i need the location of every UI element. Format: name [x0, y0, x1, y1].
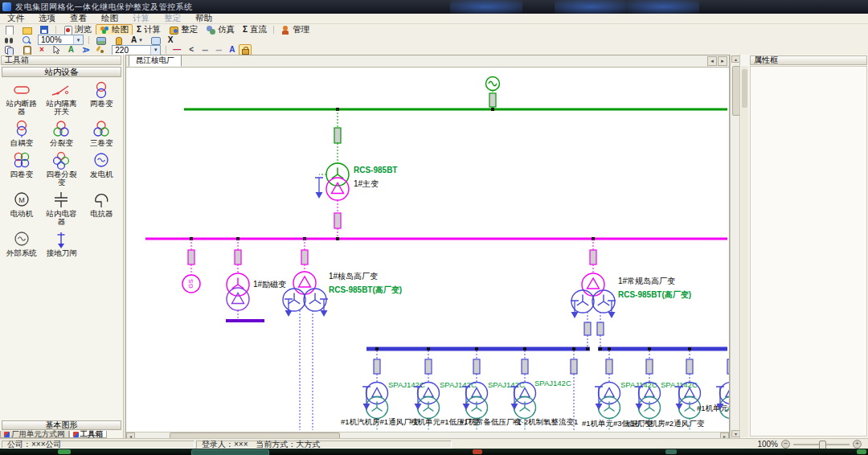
- copy-button[interactable]: [0, 44, 18, 55]
- properties-content: [750, 66, 867, 437]
- panel-scroll-thumb[interactable]: [742, 69, 747, 108]
- tab-plant-unit-mode[interactable]: 厂用单元方式网: [0, 431, 69, 438]
- menu-bar: 文件 选项 查看 绘图 计算 整定 帮助: [0, 14, 868, 24]
- open-file-button[interactable]: [18, 24, 35, 35]
- calculate-button[interactable]: Σ计算: [133, 24, 165, 35]
- tab-scroll-left-icon[interactable]: ◂: [707, 56, 717, 66]
- zoom-in-icon[interactable]: +: [853, 440, 862, 449]
- menu-help[interactable]: 帮助: [188, 13, 219, 24]
- text-tool-button[interactable]: A: [225, 44, 239, 55]
- excitation-transformer-label: 1#励磁变: [253, 280, 286, 289]
- aero-glow: [450, 0, 522, 14]
- rotate-a-icon: A: [68, 45, 74, 55]
- rotate-left-button[interactable]: A: [64, 44, 78, 55]
- draw-button[interactable]: 绘图: [96, 24, 133, 35]
- open-folder-icon: [22, 25, 31, 35]
- toolbox-item-motor[interactable]: M 电动机: [2, 189, 42, 226]
- browse-button[interactable]: 浏览: [59, 24, 96, 35]
- chevron-down-icon: ▾: [73, 35, 83, 44]
- simulation-icon: [206, 25, 215, 35]
- rotate-right-button[interactable]: A: [78, 44, 92, 55]
- status-zoom-control: 100% − +: [757, 440, 862, 449]
- pan-button[interactable]: [109, 35, 127, 46]
- delete-button[interactable]: ×: [35, 44, 48, 55]
- setting-button[interactable]: 整定: [165, 24, 202, 35]
- toolbox-item-external-system[interactable]: 外部系统: [2, 228, 42, 257]
- tab-scroll-right-icon[interactable]: ▸: [718, 56, 727, 66]
- image-icon: [96, 35, 105, 45]
- toolbox-item-autotransformer[interactable]: 自耦变: [2, 118, 42, 147]
- single-line-diagram[interactable]: RCS-985BT 1#主变 GS: [126, 67, 729, 432]
- svg-text:#1·2机制氧整流变1: #1·2机制氧整流变1: [513, 417, 578, 426]
- excitation-transformer[interactable]: 1#励磁变: [226, 239, 286, 321]
- external-system-symbol[interactable]: [486, 77, 500, 112]
- line-tool-button[interactable]: —: [169, 44, 185, 55]
- nuclear-transformer-relay-label: RCS-985BT(高厂变): [329, 285, 402, 294]
- voltage-combo[interactable]: 220▾: [112, 45, 161, 55]
- paste-icon: [22, 45, 31, 55]
- toolbox-item-breaker[interactable]: 站内断路器: [2, 79, 42, 116]
- toolbox-item-split-transformer[interactable]: 分裂变: [42, 118, 82, 147]
- svg-text:M: M: [18, 196, 25, 204]
- sigma-dc-icon: Σ: [243, 25, 248, 35]
- tab-icon: [4, 432, 10, 437]
- zoom-out-icon[interactable]: −: [781, 440, 790, 449]
- format-brush-button[interactable]: [92, 44, 109, 55]
- vertical-scrollbar[interactable]: ▴ ▾: [730, 55, 739, 438]
- main-transformer-branch[interactable]: RCS-985BT 1#主变: [315, 108, 397, 239]
- manage-button[interactable]: 管理: [276, 24, 313, 35]
- lock-toggle[interactable]: [239, 44, 252, 55]
- picture-frame-button[interactable]: [146, 35, 164, 46]
- two-winding-transformer-icon: [89, 80, 113, 100]
- feeder-4[interactable]: SPAJ142C #1·2机制氧整流变1: [510, 350, 578, 430]
- taskbar-item[interactable]: [665, 449, 677, 454]
- toolbox-item-generator[interactable]: 发电机: [81, 150, 121, 187]
- magnifier-icon: [22, 35, 31, 45]
- save-button[interactable]: [35, 24, 53, 35]
- diagram-canvas[interactable]: 昆江核电厂 ◂▸: [125, 55, 730, 438]
- simulation-button[interactable]: 仿真: [202, 24, 239, 35]
- paste-button[interactable]: [18, 44, 35, 55]
- menu-options[interactable]: 选项: [31, 13, 63, 24]
- autotransformer-icon: [10, 120, 34, 139]
- dc-button[interactable]: Σ直流: [239, 24, 271, 35]
- toolbox-item-three-winding-transformer[interactable]: 三卷变: [81, 118, 121, 147]
- toolbox-item-four-winding-transformer[interactable]: 四卷变: [2, 150, 42, 187]
- toolbox-panel: 工具箱 站内设备 站内断路器 站内隔离开关 两卷变 自耦变 分裂变 三卷变: [0, 55, 124, 438]
- tab-toolbox[interactable]: 工具箱: [69, 431, 108, 438]
- polyline-tool-button[interactable]: <: [185, 44, 198, 55]
- breaker-symbol: [597, 322, 604, 335]
- taskbar-item[interactable]: [191, 449, 269, 455]
- new-file-button[interactable]: [0, 24, 18, 35]
- toolbox-item-capacitor[interactable]: 站内电容器: [42, 189, 82, 226]
- conventional-island-aux-transformer[interactable]: 1#常规岛高厂变 RCS-985BT(高厂变): [571, 239, 691, 349]
- zoom-slider[interactable]: [793, 444, 850, 445]
- taskbar-item[interactable]: [58, 449, 71, 454]
- toolbox-item-disconnector[interactable]: 站内隔离开关: [42, 79, 82, 116]
- status-login: 登录人：××× 当前方式：大方式: [196, 441, 452, 449]
- station-equipment-section[interactable]: 站内设备: [2, 67, 121, 77]
- toolbox-item-ground-switch[interactable]: 接地刀闸: [42, 228, 82, 257]
- taskbar-item[interactable]: [857, 449, 866, 454]
- menu-draw[interactable]: 绘图: [94, 13, 125, 24]
- toolbox-item-four-winding-split-transformer[interactable]: 四卷分裂变: [42, 150, 82, 187]
- rotate-b-icon: A: [80, 47, 90, 52]
- panel-scrollbar[interactable]: [741, 66, 748, 437]
- binoculars-icon: [4, 35, 14, 45]
- svg-text:SPAJ142C: SPAJ142C: [440, 380, 477, 389]
- dot-tool-button[interactable]: ---: [211, 44, 225, 55]
- generator-unit[interactable]: GS: [182, 239, 200, 293]
- toolbox-item-reactor[interactable]: 电抗器: [81, 189, 121, 226]
- main-toolbar: 浏览 绘图 Σ计算 整定 仿真 Σ直流 管理: [0, 24, 868, 35]
- select-button[interactable]: [48, 44, 64, 55]
- browse-icon: [63, 25, 72, 35]
- feeder-8[interactable]: [716, 350, 729, 430]
- menu-view[interactable]: 查看: [63, 13, 94, 24]
- canvas-tab-active[interactable]: 昆江核电厂: [129, 55, 182, 67]
- font-button[interactable]: A▾: [127, 35, 146, 46]
- dash-tool-button[interactable]: ---: [198, 44, 211, 55]
- taskbar-item[interactable]: [473, 449, 482, 454]
- main-transformer-name-label: 1#主变: [354, 179, 379, 188]
- menu-file[interactable]: 文件: [0, 13, 31, 24]
- toolbox-item-two-winding-transformer[interactable]: 两卷变: [81, 79, 121, 116]
